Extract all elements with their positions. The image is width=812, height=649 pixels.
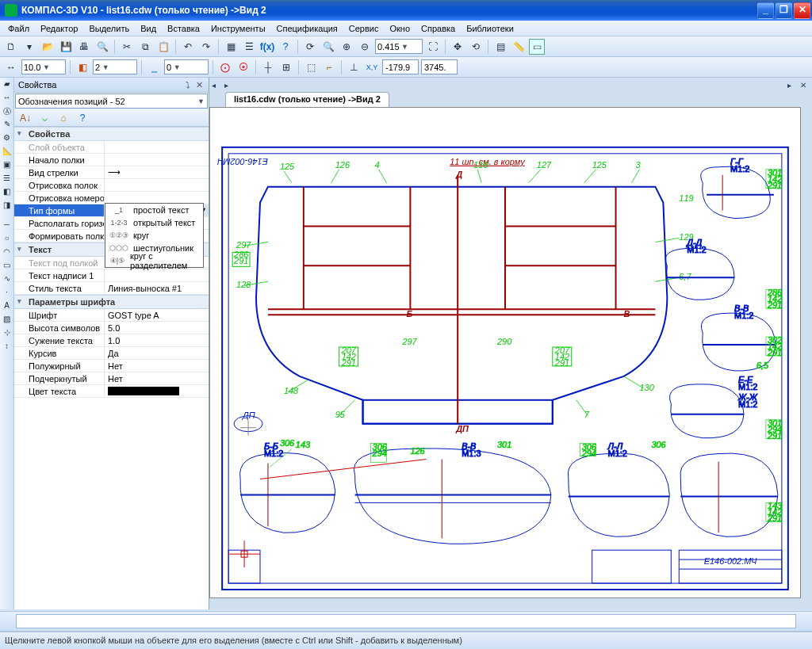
print-icon[interactable]: 🖶 — [76, 39, 92, 55]
vtool-hatch-icon[interactable]: ▨ — [1, 315, 13, 326]
style-combo[interactable]: 0▼ — [164, 59, 209, 74]
vtool-spline-icon[interactable]: ∿ — [1, 274, 13, 286]
vtool-axis2-icon[interactable]: ⊹ — [1, 328, 13, 340]
vtool-text-icon[interactable]: A — [1, 301, 13, 313]
doc-close-icon[interactable]: ✕ — [800, 81, 810, 90]
mode-icon[interactable]: ⊞ — [278, 59, 294, 75]
vtool-more1-icon[interactable]: ◧ — [1, 187, 13, 199]
minimize-button[interactable]: _ — [757, 2, 774, 19]
drawing-canvas[interactable]: E146-002.МЧ 11 шп. см. в корму E146-002М… — [209, 107, 801, 598]
maximize-button[interactable]: ❐ — [776, 2, 792, 19]
vtool-param-icon[interactable]: ⚙ — [1, 133, 13, 145]
undo-icon[interactable]: ↶ — [180, 39, 196, 55]
help-icon[interactable]: ? — [278, 39, 293, 55]
doc-next-icon[interactable]: ▸ — [787, 81, 797, 90]
ddl-1[interactable]: 1-2-3открытый текст — [105, 216, 203, 229]
menu-help[interactable]: Справка — [416, 22, 460, 35]
vtool-edit-icon[interactable]: ✎ — [1, 120, 13, 132]
scrollbar-horizontal[interactable] — [210, 597, 800, 598]
svg-text:М1:2: М1:2 — [734, 311, 753, 320]
info-icon[interactable]: ? — [75, 110, 90, 126]
xy-icon[interactable]: X,Y — [364, 59, 380, 75]
vtool-dim-icon[interactable]: ↔ — [1, 93, 13, 105]
step-combo[interactable]: 10.0▼ — [21, 59, 66, 74]
menu-edit[interactable]: Редактор — [36, 22, 82, 35]
menu-spec[interactable]: Спецификация — [272, 22, 343, 35]
doc-first-icon[interactable]: ◂ — [212, 81, 221, 90]
vtool-meas-icon[interactable]: 📐 — [1, 147, 13, 158]
coord-x-input[interactable]: -179.9 — [382, 59, 419, 74]
zoomfit-icon[interactable]: ⛶ — [425, 39, 441, 55]
vtool-arc-icon[interactable]: ◠ — [1, 247, 13, 259]
rot-icon[interactable]: ⟲ — [468, 39, 484, 55]
group-font[interactable]: Параметры шрифта — [14, 295, 209, 309]
ddl-4[interactable]: ④|⑤круг с разделителем — [105, 254, 203, 267]
meas-icon[interactable]: 📏 — [511, 39, 527, 55]
ddl-0[interactable]: ⎯1простой текст — [105, 204, 203, 216]
snap2-icon[interactable]: ⦿ — [236, 59, 251, 75]
props-icon[interactable]: ▭ — [529, 39, 545, 55]
vtool-geom-icon[interactable]: ▰ — [1, 79, 13, 91]
step-icon[interactable]: ↔ — [3, 59, 19, 75]
vtool-line-icon[interactable]: ─ — [1, 220, 13, 232]
command-input[interactable] — [16, 614, 796, 628]
filter-icon[interactable]: ⌵ — [36, 110, 52, 126]
menu-libs[interactable]: Библиотеки — [462, 22, 519, 35]
menu-view[interactable]: Вид — [136, 22, 161, 35]
vtool-sel-icon[interactable]: ▣ — [1, 160, 13, 172]
close-panel-icon[interactable]: ✕ — [193, 80, 205, 90]
scrollbar-vertical[interactable] — [800, 108, 801, 597]
cat-icon[interactable]: A↓ — [17, 110, 33, 126]
cut-icon[interactable]: ✂ — [119, 39, 135, 55]
pin-icon[interactable]: ⤵ — [182, 80, 193, 90]
refresh-icon[interactable]: ⟳ — [302, 39, 318, 55]
lcs-icon[interactable]: ⊥ — [346, 59, 362, 75]
layer-icon[interactable]: ◧ — [75, 59, 90, 75]
layer-combo[interactable]: 2▼ — [93, 59, 137, 74]
menu-service[interactable]: Сервис — [344, 22, 384, 35]
doc-prev-icon[interactable]: ▸ — [224, 81, 234, 90]
fx-icon[interactable]: f(x) — [259, 39, 275, 55]
grid2-icon[interactable]: ┼ — [260, 59, 276, 75]
new-icon[interactable]: 🗋 — [3, 39, 19, 55]
list-icon[interactable]: ☰ — [241, 39, 257, 55]
close-button[interactable]: ✕ — [794, 2, 810, 19]
zoom-combo[interactable]: 0.415▼ — [375, 39, 423, 54]
object-combo[interactable]: Обозначения позиций - 52▼ — [15, 94, 208, 109]
layers-icon[interactable]: ▤ — [492, 39, 508, 55]
zoomwin-icon[interactable]: 🔍 — [320, 39, 336, 55]
grid-icon[interactable]: ▦ — [223, 39, 239, 55]
axis-icon[interactable]: ⌐ — [321, 59, 337, 75]
menu-tools[interactable]: Инструменты — [206, 22, 270, 35]
group-properties[interactable]: Свойства — [14, 127, 209, 141]
menu-insert[interactable]: Вставка — [163, 22, 205, 35]
redo-icon[interactable]: ↷ — [198, 39, 214, 55]
dropdown-icon[interactable]: ▾ — [21, 39, 37, 55]
open-icon[interactable]: 📂 — [40, 39, 56, 55]
vtool-rect-icon[interactable]: ▭ — [1, 261, 13, 273]
menu-file[interactable]: Файл — [3, 22, 34, 35]
zoomin-icon[interactable]: ⊕ — [339, 39, 354, 55]
zoomout-icon[interactable]: ⊖ — [357, 39, 373, 55]
menu-select[interactable]: Выделить — [84, 22, 134, 35]
copy-icon[interactable]: ⧉ — [137, 39, 153, 55]
document-tab[interactable]: list16.cdw (только чтение) ->Вид 2 — [225, 92, 389, 107]
vtool-circ-icon[interactable]: ○ — [1, 234, 13, 246]
pan-icon[interactable]: ✥ — [450, 39, 465, 55]
paste-icon[interactable]: 📋 — [155, 39, 171, 55]
vtool-des-icon[interactable]: Ⓐ — [1, 106, 13, 118]
vtool-more2-icon[interactable]: ◨ — [1, 200, 13, 212]
vtool-dim2-icon[interactable]: ↕ — [1, 342, 13, 353]
coord-y-input[interactable]: 3745. — [421, 59, 458, 74]
save-icon[interactable]: 💾 — [58, 39, 74, 55]
vtool-point-icon[interactable]: · — [1, 288, 13, 300]
style-icon[interactable]: ⎯ — [146, 59, 162, 75]
snap1-icon[interactable]: ⨀ — [217, 59, 233, 75]
menu-window[interactable]: Окно — [385, 22, 415, 35]
vtool-spec-icon[interactable]: ☰ — [1, 174, 13, 185]
ddl-2[interactable]: ①②③круг — [105, 229, 203, 242]
tree-icon[interactable]: ⌂ — [56, 110, 71, 126]
preview-icon[interactable]: 🔍 — [94, 39, 110, 55]
ortho-icon[interactable]: ⬚ — [303, 59, 319, 75]
svg-text:125: 125 — [280, 162, 295, 171]
